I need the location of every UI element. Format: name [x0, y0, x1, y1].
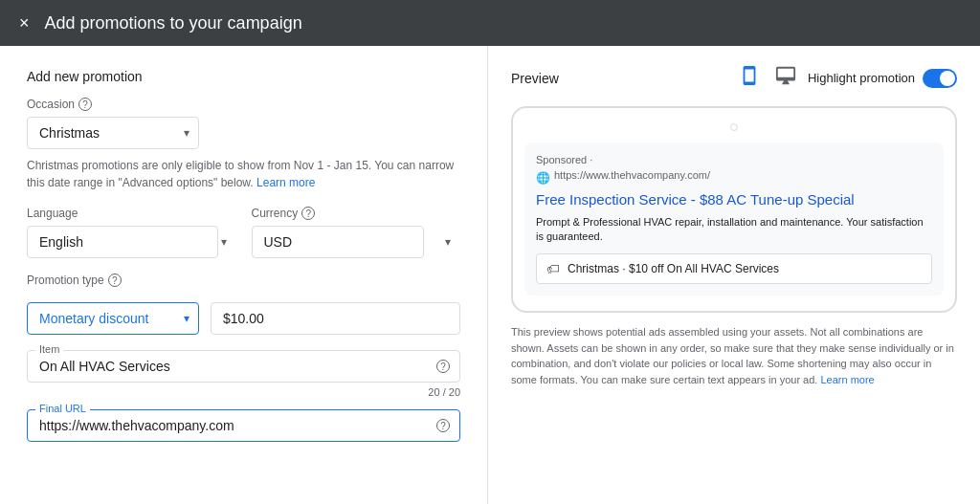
language-label: Language	[27, 207, 236, 220]
preview-header: Preview Highlight promotion	[511, 65, 957, 91]
url-help-icon[interactable]: ?	[436, 419, 450, 432]
promo-tag-text: Christmas · $10 off On All HVAC Services	[568, 262, 779, 275]
currency-select[interactable]: USD EUR GBP	[252, 226, 424, 258]
occasion-learn-more-link[interactable]: Learn more	[256, 176, 315, 189]
right-panel: Preview Highlight promotion Sp	[488, 46, 980, 504]
ad-headline: Free Inspection Service - $88 AC Tune-up…	[536, 190, 932, 209]
occasion-select[interactable]: Christmas No occasion New Year's Valenti…	[27, 117, 199, 149]
mobile-device-icon[interactable]	[739, 65, 760, 91]
language-currency-row: Language English Spanish French ▾ Curren…	[27, 207, 460, 258]
language-select[interactable]: English Spanish French	[27, 226, 218, 258]
phone-top-dot	[730, 123, 738, 131]
ad-description: Prompt & Professional HVAC repair, insta…	[536, 215, 932, 245]
currency-select-wrapper: USD EUR GBP ▾	[252, 226, 461, 258]
promo-type-label: Promotion type ?	[27, 274, 460, 287]
globe-icon: 🌐	[536, 171, 550, 185]
desktop-device-icon[interactable]	[775, 65, 796, 91]
url-field-wrapper: Final URL ?	[27, 409, 460, 442]
highlight-label: Highlight promotion	[808, 71, 915, 85]
url-floating-label: Final URL	[35, 403, 90, 414]
currency-field: Currency ? USD EUR GBP ▾	[252, 207, 461, 258]
preview-title: Preview	[511, 71, 727, 86]
occasion-help-icon[interactable]: ?	[78, 98, 92, 111]
note-learn-more-link[interactable]: Learn more	[820, 374, 874, 385]
device-icons	[739, 65, 796, 91]
promo-type-select-wrapper: Monetary discount Percent discount Up to…	[27, 302, 199, 335]
occasion-info-text: Christmas promotions are only eligible t…	[27, 157, 460, 191]
dialog-title: Add promotions to your campaign	[45, 13, 302, 33]
occasion-select-wrapper: Christmas No occasion New Year's Valenti…	[27, 117, 199, 149]
highlight-toggle-switch[interactable]	[923, 69, 957, 88]
currency-help-icon[interactable]: ?	[301, 207, 315, 220]
currency-dropdown-icon: ▾	[445, 235, 451, 249]
occasion-label: Occasion ?	[27, 98, 460, 111]
final-url-input[interactable]	[39, 418, 425, 433]
sponsored-line: Sponsored ·	[536, 154, 932, 165]
language-select-wrapper: English Spanish French ▾	[27, 226, 236, 258]
tag-icon: 🏷	[546, 261, 560, 276]
left-panel: Add new promotion Occasion ? Christmas N…	[0, 46, 488, 504]
amount-wrapper	[211, 302, 460, 335]
promotion-tag: 🏷 Christmas · $10 off On All HVAC Servic…	[536, 253, 932, 284]
currency-label: Currency ?	[252, 207, 461, 220]
item-char-count: 20 / 20	[27, 386, 460, 398]
ad-card: Sponsored · 🌐 https://www.thehvacompany.…	[524, 142, 944, 296]
promo-type-help-icon[interactable]: ?	[108, 274, 122, 287]
amount-input[interactable]	[211, 302, 460, 335]
close-button[interactable]: ×	[19, 14, 30, 32]
language-dropdown-icon: ▾	[221, 235, 227, 249]
item-input[interactable]	[39, 359, 425, 374]
main-content: Add new promotion Occasion ? Christmas N…	[0, 46, 980, 504]
language-field: Language English Spanish French ▾	[27, 207, 236, 258]
title-bar: × Add promotions to your campaign	[0, 0, 980, 46]
section-title: Add new promotion	[27, 69, 460, 84]
phone-mockup: Sponsored · 🌐 https://www.thehvacompany.…	[511, 106, 957, 313]
ad-url: https://www.thehvacompany.com/	[554, 169, 710, 181]
ad-url-line: 🌐 https://www.thehvacompany.com/	[536, 169, 932, 186]
highlight-toggle: Highlight promotion	[808, 69, 957, 88]
item-floating-label: Item	[35, 343, 63, 355]
promo-type-row: Monetary discount Percent discount Up to…	[27, 302, 460, 335]
preview-note: This preview shows potential ads assembl…	[511, 324, 957, 387]
promo-type-select[interactable]: Monetary discount Percent discount Up to…	[27, 302, 199, 335]
item-field-wrapper: Item ?	[27, 350, 460, 383]
item-help-icon[interactable]: ?	[436, 360, 450, 373]
